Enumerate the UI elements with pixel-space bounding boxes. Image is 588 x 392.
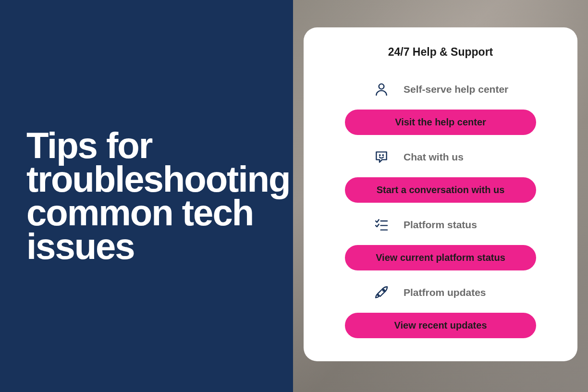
section-header: Chat with us <box>345 148 536 166</box>
section-label: Platfrom updates <box>404 287 486 298</box>
section-platform-status: Platform status View current platform st… <box>345 216 536 270</box>
section-platform-updates: Platfrom updates View recent updates <box>345 284 536 338</box>
right-panel: 24/7 Help & Support Self-serve help cent… <box>293 0 588 392</box>
view-recent-updates-button[interactable]: View recent updates <box>345 313 536 338</box>
chat-smile-icon <box>373 148 390 166</box>
page-title: Tips for troubleshooting common tech iss… <box>26 129 290 263</box>
svg-point-1 <box>380 155 380 156</box>
start-conversation-button[interactable]: Start a conversation with us <box>345 177 536 203</box>
card-title: 24/7 Help & Support <box>345 46 536 59</box>
view-platform-status-button[interactable]: View current platform status <box>345 245 536 270</box>
section-label: Platform status <box>404 219 477 231</box>
svg-point-2 <box>383 155 384 156</box>
person-icon <box>373 81 390 98</box>
help-support-card: 24/7 Help & Support Self-serve help cent… <box>304 27 577 361</box>
left-panel: Tips for troubleshooting common tech iss… <box>0 0 293 392</box>
rocket-icon <box>373 284 390 301</box>
section-help-center: Self-serve help center Visit the help ce… <box>345 81 536 135</box>
section-header: Self-serve help center <box>345 81 536 98</box>
checklist-icon <box>373 216 390 233</box>
section-header: Platform status <box>345 216 536 233</box>
section-label: Chat with us <box>404 151 464 163</box>
svg-point-0 <box>379 84 384 89</box>
visit-help-center-button[interactable]: Visit the help center <box>345 110 536 135</box>
section-label: Self-serve help center <box>404 84 508 95</box>
section-chat: Chat with us Start a conversation with u… <box>345 148 536 203</box>
section-header: Platfrom updates <box>345 284 536 301</box>
